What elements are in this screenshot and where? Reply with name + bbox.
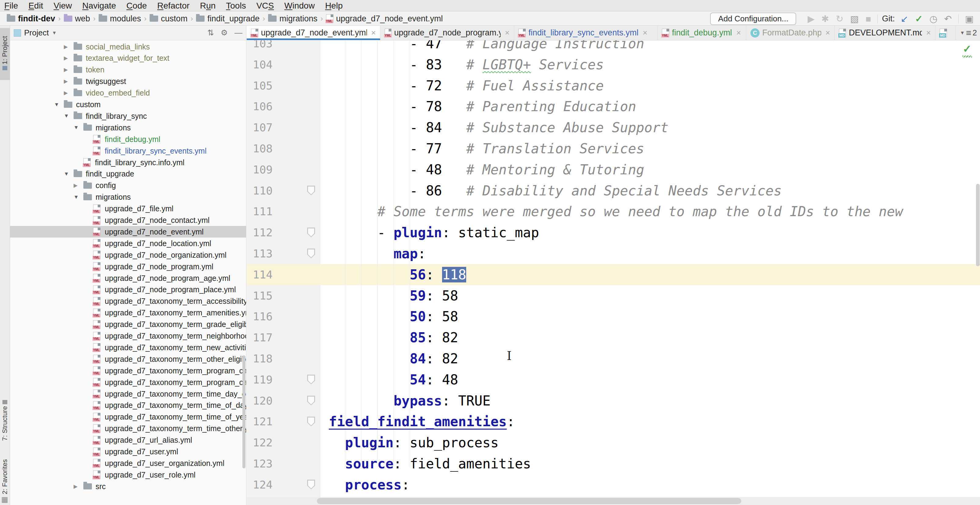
menu-item-window[interactable]: Window [284,1,315,11]
close-icon[interactable]: × [737,28,741,38]
code-line-106[interactable]: 106 - 78 # Parenting Education [247,96,980,117]
menu-item-vcs[interactable]: VCS [256,1,274,11]
tree-item-findit-library-sync-info-yml[interactable]: findit_library_sync.info.yml [10,157,246,168]
breadcrumb-item-findit-upgrade[interactable]: findit_upgrade [196,14,259,24]
tree-item-migrations[interactable]: ▼migrations [10,122,246,134]
tree-item-upgrade-d7-taxonomy-term-new-activities[interactable]: upgrade_d7_taxonomy_term_new_activities [10,342,246,353]
tab-truncated[interactable] [935,25,956,40]
chevron-expanded-icon[interactable]: ▼ [73,124,79,131]
chevron-collapsed-icon[interactable]: ▶ [73,182,78,189]
tool-window-button-project[interactable]: 1: Project [0,28,10,80]
code-line-105[interactable]: 105 - 72 # Fuel Assistance [247,75,980,96]
tree-item-findit-upgrade[interactable]: ▼findit_upgrade [10,168,246,180]
breadcrumb-item-findit-dev[interactable]: findit-dev [7,14,55,24]
close-icon[interactable]: × [826,28,830,38]
tree-item-upgrade-d7-user-role-yml[interactable]: upgrade_d7_user_role.yml [10,469,246,481]
git-commit-icon[interactable]: ✓ [915,14,923,24]
project-panel-title[interactable]: Project [24,28,49,38]
run-icon[interactable]: ▶ [808,14,815,24]
project-tree-scrollbar[interactable] [242,355,245,468]
code-line-124[interactable]: 124 process: [247,474,980,495]
close-icon[interactable]: × [505,28,509,38]
tab-upgrade-d7-node-program-yml[interactable]: upgrade_d7_node_program.yml× [380,25,514,40]
tab-formatdate-php[interactable]: CFormatDate.php× [746,25,835,40]
menu-item-view[interactable]: View [53,1,72,11]
code-editor[interactable]: 103 - 47 # Language Instruction104 - 83 … [247,40,980,505]
tree-item-upgrade-d7-taxonomy-term-neighborhoo[interactable]: upgrade_d7_taxonomy_term_neighborhoo [10,330,246,342]
chevron-collapsed-icon[interactable]: ▶ [64,67,68,73]
code-line-107[interactable]: 107 - 84 # Substance Abuse Support [247,117,980,138]
tree-item-upgrade-d7-node-event-yml[interactable]: upgrade_d7_node_event.yml [10,226,246,237]
git-rollback-icon[interactable]: ↶ [944,14,952,24]
editor-vertical-scrollbar[interactable] [976,184,980,266]
code-line-110[interactable]: 110 - 86 # Disability and Special Needs … [247,180,980,201]
code-line-115[interactable]: 115 59: 58 [247,285,980,306]
tree-item-upgrade-d7-taxonomy-term-program-cate[interactable]: upgrade_d7_taxonomy_term_program_cate [10,376,246,388]
tree-item-upgrade-d7-file-yml[interactable]: upgrade_d7_file.yml [10,203,246,215]
breadcrumb-item-custom[interactable]: custom [150,14,188,24]
code-line-120[interactable]: 120 bypass: TRUE [247,390,980,411]
editor-horizontal-scrollbar[interactable] [247,497,980,505]
tree-item-config[interactable]: ▶config [10,180,246,191]
tree-item-findit-library-sync[interactable]: ▼findit_library_sync [10,110,246,122]
tree-item-upgrade-d7-user-yml[interactable]: upgrade_d7_user.yml [10,446,246,458]
hide-panel-icon[interactable]: — [234,28,242,38]
code-line-118[interactable]: 118 84: 82 [247,348,980,369]
hidden-tabs-dropdown[interactable]: ▼≡2 [957,25,980,40]
menu-item-tools[interactable]: Tools [226,1,246,11]
tree-item-video-embed-field[interactable]: ▶video_embed_field [10,87,246,99]
tree-item-upgrade-d7-node-program-age-yml[interactable]: upgrade_d7_node_program_age.yml [10,272,246,284]
breadcrumb-item-modules[interactable]: modules [99,14,141,24]
menu-item-help[interactable]: Help [325,1,343,11]
tree-item-textarea-widget-for-text[interactable]: ▶textarea_widget_for_text [10,53,246,64]
chevron-expanded-icon[interactable]: ▼ [64,171,69,177]
tree-item-upgrade-d7-node-program-place-yml[interactable]: upgrade_d7_node_program_place.yml [10,284,246,296]
menu-item-refactor[interactable]: Refactor [157,1,189,11]
fold-marker-icon[interactable] [307,374,315,384]
editor-horizontal-scrollbar-thumb[interactable] [317,498,741,504]
tree-item-social-media-links[interactable]: ▶social_media_links [10,41,246,53]
gear-icon[interactable]: ⚙ [221,28,228,38]
run-anything-icon[interactable]: ▣ [965,13,974,25]
tree-item-upgrade-d7-taxonomy-term-time-of-day-y[interactable]: upgrade_d7_taxonomy_term_time_of_day.y [10,400,246,411]
tree-item-findit-library-sync-events-yml[interactable]: findit_library_sync_events.yml [10,145,246,157]
chevron-expanded-icon[interactable]: ▼ [54,102,59,108]
fold-marker-icon[interactable] [307,480,315,489]
code-line-116[interactable]: 116 50: 58 [247,306,980,327]
debug-icon[interactable]: ✱ [821,14,829,24]
tab-development-md[interactable]: DEVELOPMENT.md× [835,25,935,40]
tool-window-button-favorites[interactable]: 2: Favorites [0,451,10,503]
tree-item-upgrade-d7-taxonomy-term-time-day-of[interactable]: upgrade_d7_taxonomy_term_time_day_of_ [10,388,246,400]
window-layout-icon[interactable]: ▦ [1,495,8,504]
tree-item-upgrade-d7-taxonomy-term-time-other-yml[interactable]: upgrade_d7_taxonomy_term_time_other.yml [10,423,246,435]
breadcrumb-item-migrations[interactable]: migrations [268,14,318,24]
tree-item-upgrade-d7-taxonomy-term-program-cate[interactable]: upgrade_d7_taxonomy_term_program_cate [10,365,246,376]
code-line-119[interactable]: 119 54: 48 [247,369,980,390]
git-update-icon[interactable]: ↙ [900,14,908,24]
code-line-104[interactable]: 104 - 83 # LGBTQ+ Services [247,54,980,75]
chevron-expanded-icon[interactable]: ▼ [64,113,69,119]
close-icon[interactable]: × [371,28,376,38]
breadcrumb-item-web[interactable]: web [64,14,91,24]
coverage-icon[interactable]: ↻ [835,14,843,24]
fold-marker-icon[interactable] [307,396,315,405]
tree-item-upgrade-d7-url-alias-yml[interactable]: upgrade_d7_url_alias.yml [10,435,246,446]
menu-item-run[interactable]: Run [200,1,216,11]
tree-item-upgrade-d7-taxonomy-term-accessibility-c[interactable]: upgrade_d7_taxonomy_term_accessibility_c [10,296,246,307]
close-icon[interactable]: × [643,28,647,38]
tab-findit-library-sync-events-yml[interactable]: findit_library_sync_events.yml× [514,25,658,40]
code-line-112[interactable]: 112 - plugin: static_map [247,222,980,243]
code-line-122[interactable]: 122 plugin: sub_process [247,432,980,453]
fold-marker-icon[interactable] [307,416,315,426]
tool-window-button-structure[interactable]: 7: Structure [0,392,10,447]
tree-item-upgrade-d7-user-organization-yml[interactable]: upgrade_d7_user_organization.yml [10,457,246,469]
tree-item-token[interactable]: ▶token [10,64,246,76]
chevron-collapsed-icon[interactable]: ▶ [64,55,68,61]
profiler-icon[interactable]: ▧ [850,14,859,24]
tree-item-custom[interactable]: ▼custom [10,99,246,110]
code-line-121[interactable]: 121field_findit_amenities: [247,411,980,432]
tree-item-upgrade-d7-node-organization-yml[interactable]: upgrade_d7_node_organization.yml [10,249,246,261]
tree-item-upgrade-d7-node-program-yml[interactable]: upgrade_d7_node_program.yml [10,261,246,272]
add-configuration-button[interactable]: Add Configuration... [710,13,796,25]
menu-item-code[interactable]: Code [126,1,147,11]
